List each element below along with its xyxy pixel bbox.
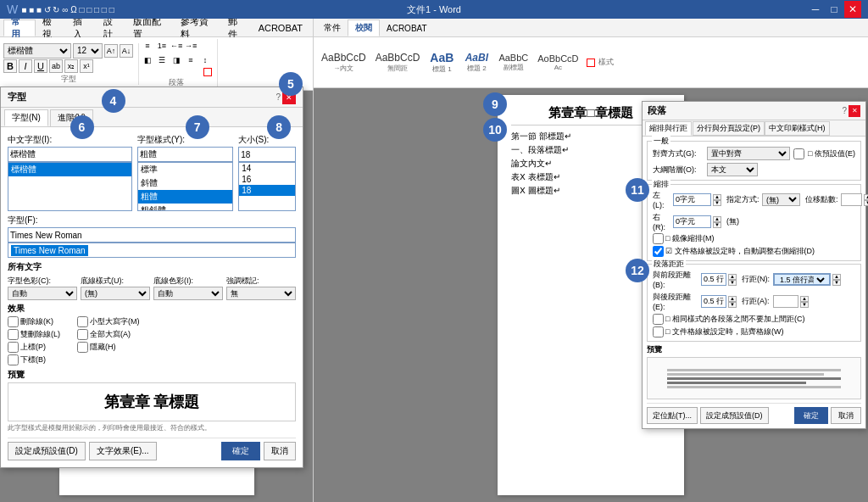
ribbon-tab-home[interactable]: 常用 [3, 20, 36, 36]
before-input[interactable] [701, 273, 726, 286]
at-up[interactable]: ▲ [800, 296, 809, 302]
para-dialog-close[interactable]: ✕ [849, 105, 860, 117]
times-new-roman-item[interactable]: Times New Roman [11, 245, 88, 256]
mirror-indent-label[interactable]: □ 鏡像縮排(M) [653, 233, 855, 244]
size-item-18[interactable]: 18 [239, 185, 295, 196]
effect-strikethrough[interactable]: 刪除線(K) [8, 316, 60, 327]
line-spacing-select[interactable]: 1.5 倍行高 [776, 274, 827, 286]
effect-hidden[interactable]: 隱藏(H) [77, 342, 140, 353]
align-select[interactable]: 置中對齊 [707, 147, 790, 160]
after-down[interactable]: ▼ [728, 302, 737, 308]
size-item-16[interactable]: 16 [239, 174, 295, 185]
chinese-font-input[interactable] [8, 147, 132, 162]
style-no-spacing[interactable]: AaBbCcD 無間距 [371, 50, 425, 75]
indent-left-input[interactable] [673, 193, 711, 206]
auto-adjust-label[interactable]: ☑ 文件格線被設定時，自動調整右側縮排(D) [653, 246, 855, 257]
position-up[interactable]: ▲ [864, 194, 868, 200]
ribbon-tab-layout[interactable]: 版面配置 [126, 20, 174, 36]
para-cancel-button[interactable]: 取消 [831, 407, 861, 424]
para-tab-chinese[interactable]: 中文印刷樣式(H) [765, 121, 830, 136]
indent-left-down[interactable]: ▼ [713, 200, 721, 206]
effect-all-caps[interactable]: 全部大寫(A) [77, 329, 140, 340]
indent-special-select[interactable]: (無) [762, 193, 800, 206]
position-input[interactable] [841, 193, 862, 206]
style-h1[interactable]: AaB 標題 1 [425, 49, 459, 75]
indent-right-down[interactable]: ▼ [713, 222, 721, 228]
size-input[interactable] [238, 147, 296, 162]
font-size-select[interactable]: 12 [73, 43, 103, 59]
style-input[interactable] [137, 147, 233, 162]
underline-button[interactable]: U [34, 59, 47, 73]
size-item-14[interactable]: 14 [239, 163, 295, 174]
ribbon-tab-mail[interactable]: 郵件 [221, 20, 252, 36]
effect-double-strikethrough[interactable]: 雙刪除線(L) [8, 329, 60, 340]
font-tab-main[interactable]: 字型(N) [4, 109, 48, 126]
font-name-select[interactable]: 標楷體 [3, 43, 71, 59]
para-default-button[interactable]: 設定成預設值(D) [700, 407, 769, 424]
close-button[interactable]: ✕ [844, 1, 861, 18]
after-input[interactable] [701, 295, 726, 308]
line-spacing-button[interactable]: ↕ [198, 53, 212, 67]
emphasis-select[interactable]: 無 [226, 287, 296, 300]
numbering-button[interactable]: 1≡ [155, 39, 169, 53]
font-default-button[interactable]: 設定成預設值(D) [8, 442, 86, 460]
right-tab-home[interactable]: 常件 [317, 20, 348, 36]
italic-button[interactable]: I [19, 59, 32, 73]
ribbon-tab-review[interactable]: 檢視 [36, 20, 66, 36]
style-h2[interactable]: AaBl 標題 2 [459, 50, 493, 75]
ribbon-tab-references[interactable]: 參考資料 [174, 20, 221, 36]
font-cancel-button[interactable]: 取消 [264, 442, 296, 460]
indent-decrease-button[interactable]: ←≡ [170, 39, 183, 53]
font-text-effect-button[interactable]: 文字效果(E)... [89, 442, 157, 460]
linespacing-up[interactable]: ▲ [832, 274, 841, 280]
no-add-spacing-label[interactable]: □ 相同樣式的各段落之間不要加上間距(C) [653, 314, 855, 325]
indent-left-up[interactable]: ▲ [713, 194, 721, 200]
underline-color-select[interactable]: 自動 [153, 287, 223, 300]
indent-right-input[interactable] [673, 215, 711, 228]
after-up[interactable]: ▲ [728, 296, 737, 302]
style-item-bolditalic[interactable]: 粗斜體 [138, 204, 232, 211]
style-ac[interactable]: AoBbCcD Ac [533, 52, 582, 73]
linespacing-down[interactable]: ▼ [832, 280, 841, 286]
superscript-button[interactable]: x¹ [80, 59, 93, 73]
align-right-button[interactable]: ◨ [170, 53, 183, 67]
style-item-normal[interactable]: 標準 [138, 163, 232, 176]
right-tab-acrobat[interactable]: ACROBAT [380, 20, 434, 36]
font-name-field[interactable] [8, 227, 296, 243]
style-item-bold[interactable]: 粗體 [138, 190, 232, 204]
at-down[interactable]: ▼ [800, 302, 809, 308]
justify-button[interactable]: ≡ [184, 53, 198, 67]
indent-right-up[interactable]: ▲ [713, 216, 721, 222]
para-tab-indent[interactable]: 縮排與行距 [645, 121, 692, 136]
collapse-checkbox[interactable] [793, 148, 804, 159]
para-ok-button[interactable]: 確定 [794, 407, 828, 424]
paragraph-dialog-launcher[interactable] [203, 68, 212, 76]
style-subtitle[interactable]: AaBbC 副標題 [494, 51, 532, 74]
strikethrough-button[interactable]: ab [49, 59, 63, 73]
effect-superscript[interactable]: 上標(P) [8, 342, 60, 353]
increase-font-button[interactable]: A↑ [104, 44, 118, 58]
style-normal[interactable]: AaBbCcD →内文 [317, 50, 370, 75]
bullets-button[interactable]: ≡ [141, 39, 154, 53]
position-down[interactable]: ▼ [864, 200, 868, 206]
para-tab-pagebreak[interactable]: 分行與分頁設定(P) [693, 121, 765, 136]
outline-select[interactable]: 本文 [707, 163, 758, 176]
indent-increase-button[interactable]: →≡ [184, 39, 198, 53]
minimize-button[interactable]: ─ [807, 1, 824, 18]
right-tab-review[interactable]: 校閱 [348, 20, 380, 36]
style-item-italic[interactable]: 斜體 [138, 176, 232, 190]
bold-button[interactable]: B [3, 59, 17, 73]
maximize-button[interactable]: □ [826, 1, 843, 18]
subscript-button[interactable]: x₂ [64, 59, 78, 73]
decrease-font-button[interactable]: A↓ [120, 44, 133, 58]
effect-subscript[interactable]: 下標(B) [8, 354, 60, 365]
ribbon-tab-insert[interactable]: 插入 [66, 20, 97, 36]
font-color-select[interactable]: 自動 [8, 287, 77, 300]
align-center-button[interactable]: ☰ [155, 53, 169, 67]
underline-select[interactable]: (無) [81, 287, 150, 300]
at-input[interactable] [773, 295, 798, 308]
effect-small-caps[interactable]: 小型大寫字(M) [77, 316, 140, 327]
font-ok-button[interactable]: 確定 [221, 442, 260, 460]
align-left-button[interactable]: ◧ [141, 53, 154, 67]
font-list-item-biaokait[interactable]: 標楷體 [8, 163, 131, 176]
